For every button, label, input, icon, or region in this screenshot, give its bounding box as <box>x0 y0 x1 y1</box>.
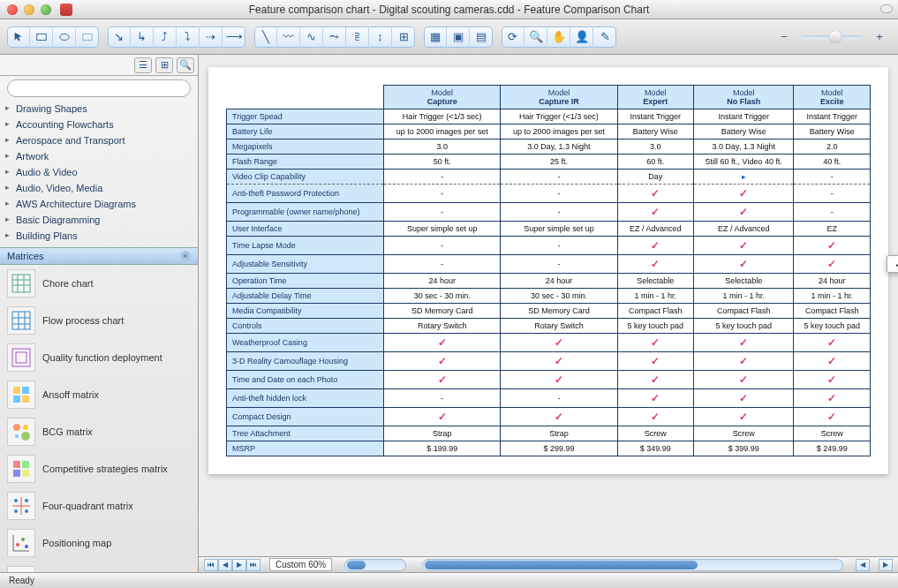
table-cell[interactable]: ✓ <box>694 408 794 426</box>
table-cell[interactable]: 5 key touch pad <box>794 319 871 334</box>
table-cell[interactable]: 5 key touch pad <box>694 319 794 334</box>
table-cell[interactable]: Compact Flash <box>617 304 693 319</box>
table-cell[interactable]: ✓ <box>384 352 501 371</box>
table-cell[interactable]: - <box>501 237 617 255</box>
line-6[interactable]: ↕ <box>369 26 392 48</box>
table-cell[interactable]: ✓ <box>794 334 871 352</box>
table-cell[interactable]: Strap <box>501 426 617 441</box>
zoom-in-icon[interactable]: + <box>868 26 891 48</box>
table-cell[interactable]: ✓ <box>384 371 501 389</box>
line-2[interactable]: 〰 <box>277 26 300 48</box>
table-cell[interactable]: ✓ <box>694 237 794 255</box>
page-next[interactable]: ▶ <box>232 559 246 571</box>
table-cell[interactable]: Compact Flash <box>794 304 871 319</box>
page-last[interactable]: ⏭ <box>246 559 260 571</box>
rectangle-tool[interactable] <box>30 26 53 48</box>
library-item[interactable]: Positioning map <box>0 524 198 562</box>
line-5[interactable]: ⫔ <box>346 26 369 48</box>
table-cell[interactable]: Screw <box>694 426 794 441</box>
tree-category[interactable]: Audio, Video, Media <box>0 180 198 196</box>
library-item[interactable]: Flow process chart <box>0 302 198 339</box>
window-minimize-button[interactable] <box>24 4 34 15</box>
table-cell[interactable]: Instant Trigger <box>794 109 871 124</box>
table-cell[interactable]: Instant Trigger <box>694 109 794 124</box>
table-cell[interactable]: - <box>384 237 501 255</box>
table-cell[interactable]: ✓ <box>617 371 693 389</box>
tree-category[interactable]: Business and Finance <box>0 244 198 247</box>
table-cell[interactable]: Still 60 ft., Video 40 ft. <box>694 155 794 170</box>
table-cell[interactable]: SD Memory Card <box>384 304 501 319</box>
conn-2[interactable]: ↳ <box>131 26 154 48</box>
table-cell[interactable]: Compact Flash <box>694 304 794 319</box>
section-header-matrices[interactable]: Matrices × <box>0 247 198 265</box>
table-cell[interactable]: - <box>794 170 871 185</box>
list-mode-grid[interactable]: ⊞ <box>155 57 173 73</box>
table-cell[interactable]: - <box>384 255 501 274</box>
table-cell[interactable]: Selectable <box>694 274 794 289</box>
conn-3[interactable]: ⤴ <box>154 26 177 48</box>
zoom-icon[interactable]: 🔍 <box>524 26 547 48</box>
view-2[interactable]: ▣ <box>447 26 470 48</box>
library-item[interactable]: Porter's value chain diagram <box>0 562 198 572</box>
table-cell[interactable]: ✓ <box>794 389 871 408</box>
library-item[interactable]: BCG matrix <box>0 413 198 450</box>
table-cell[interactable]: ✓ <box>694 371 794 389</box>
scroll-left[interactable]: ◀ <box>856 559 870 571</box>
tree-category[interactable]: Drawing Shapes <box>0 101 198 117</box>
scroll-right[interactable]: ▶ <box>879 559 893 571</box>
table-cell[interactable]: Strap <box>384 426 501 441</box>
table-cell[interactable]: 60 ft. <box>617 155 693 170</box>
tree-category[interactable]: Accounting Flowcharts <box>0 117 198 132</box>
table-cell[interactable]: Selectable <box>617 274 693 289</box>
table-cell[interactable]: ✓ <box>694 334 794 352</box>
table-cell[interactable]: ▸ <box>694 170 794 185</box>
pointer-tool[interactable] <box>7 26 30 48</box>
line-7[interactable]: ⊞ <box>392 26 415 48</box>
marker-icon[interactable]: ✎ <box>593 26 616 48</box>
tree-category[interactable]: Artwork <box>0 148 198 164</box>
library-item[interactable]: Competitive strategies matrix <box>0 450 198 487</box>
table-cell[interactable]: SD Memory Card <box>501 304 617 319</box>
table-cell[interactable]: Battery Wise <box>694 124 794 139</box>
table-cell[interactable]: ✓ <box>384 334 501 352</box>
table-cell[interactable]: 25 ft. <box>501 155 617 170</box>
comparison-table[interactable]: ModelCaptureModelCapture IRModelExpertMo… <box>226 85 871 456</box>
table-cell[interactable]: 24 hour <box>384 274 501 289</box>
table-cell[interactable]: ✓ <box>794 371 871 389</box>
table-cell[interactable]: ✓ <box>694 255 794 274</box>
table-cell[interactable]: $ 349.99 <box>617 441 693 456</box>
table-cell[interactable]: ✓ <box>617 408 693 426</box>
zoom-slider[interactable] <box>801 35 863 39</box>
table-cell[interactable]: - <box>501 203 617 222</box>
list-mode-1[interactable]: ☰ <box>134 57 152 73</box>
line-1[interactable]: ╲ <box>254 26 277 48</box>
canvas[interactable]: ModelCaptureModelCapture IRModelExpertMo… <box>199 55 898 572</box>
table-cell[interactable]: - <box>501 170 617 185</box>
library-item[interactable]: Four-quadrant matrix <box>0 487 198 524</box>
table-cell[interactable]: ✓ <box>501 334 617 352</box>
table-cell[interactable]: up to 2000 images per set <box>501 124 617 139</box>
table-cell[interactable]: 3.0 Day, 1.3 Night <box>694 139 794 155</box>
table-cell[interactable]: ✓ <box>617 352 693 371</box>
table-cell[interactable]: - <box>384 389 501 408</box>
table-cell[interactable]: ✓ <box>501 408 617 426</box>
table-cell[interactable]: Hair Trigger (<1/3 sec) <box>501 109 617 124</box>
table-cell[interactable]: 50 ft. <box>384 155 501 170</box>
text-tool[interactable] <box>76 26 99 48</box>
conn-1[interactable]: ↘ <box>108 26 131 48</box>
table-cell[interactable]: - <box>384 203 501 222</box>
table-cell[interactable]: 3.0 Day, 1.3 Night <box>501 139 617 155</box>
page-tab-scroll[interactable] <box>344 559 406 571</box>
table-cell[interactable]: 1 min - 1 hr. <box>694 289 794 304</box>
table-cell[interactable]: 5 key touch pad <box>617 319 693 334</box>
tree-category[interactable]: Building Plans <box>0 228 198 244</box>
table-cell[interactable]: Super simple set up <box>384 222 501 237</box>
table-cell[interactable]: ✓ <box>794 408 871 426</box>
table-cell[interactable]: 30 sec - 30 min. <box>501 289 617 304</box>
table-cell[interactable]: ✓ <box>694 185 794 203</box>
table-cell[interactable]: Super simple set up <box>501 222 617 237</box>
table-cell[interactable]: ✓ <box>617 203 693 222</box>
table-cell[interactable]: ✓ <box>617 255 693 274</box>
table-cell[interactable]: ✓ <box>794 255 871 274</box>
table-cell[interactable]: - <box>501 255 617 274</box>
